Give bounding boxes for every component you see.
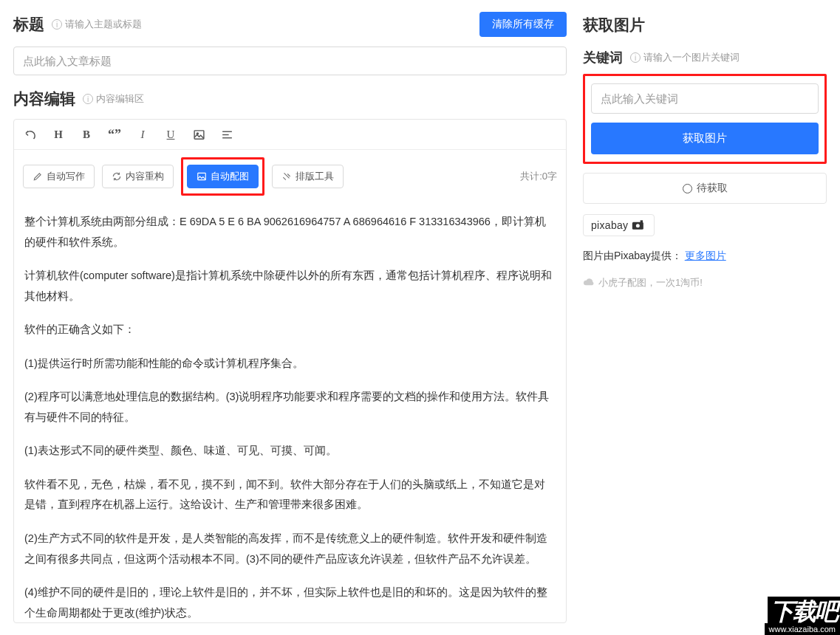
- camera-icon: [632, 220, 646, 230]
- clear-cache-button[interactable]: 清除所有缓存: [479, 12, 567, 37]
- layout-tools-button[interactable]: 排版工具: [272, 165, 344, 188]
- footer-note: 小虎子配图，一次1淘币!: [583, 276, 827, 289]
- title-hint: i 请输入主题或标题: [52, 18, 142, 31]
- refresh-icon: [112, 171, 122, 182]
- paragraph: (1)表达形式不同的硬件类型、颜色、味道、可见、可摸、可闻。: [24, 441, 556, 461]
- title-section-label: 标题: [13, 14, 44, 35]
- info-icon: i: [83, 94, 93, 104]
- italic-icon[interactable]: I: [135, 127, 150, 142]
- auto-image-highlight: 自动配图: [181, 157, 264, 196]
- keyword-hint: i 请输入一个图片关键词: [630, 51, 740, 64]
- paragraph: 软件看不见，无色，枯燥，看不见，摸不到，闻不到。软件大部分存在于人们的头脑或纸上…: [24, 475, 556, 515]
- watermark: 下载吧 www.xiazaiba.com: [765, 597, 840, 635]
- keyword-label: 关键词: [583, 49, 623, 66]
- editor-toolbar: H B “” I U: [14, 120, 566, 150]
- credit-line: 图片由Pixabay提供： 更多图片: [583, 250, 827, 263]
- get-image-button[interactable]: 获取图片: [591, 123, 819, 154]
- content-edit-hint: i 内容编辑区: [83, 92, 144, 106]
- main-panel: 标题 i 请输入主题或标题 清除所有缓存 内容编辑 i 内容编辑区: [13, 12, 567, 623]
- pending-status: 待获取: [583, 173, 827, 204]
- align-icon[interactable]: [219, 127, 234, 142]
- paragraph: (2)程序可以满意地处理信息的数据结构。(3)说明程序功能要求和程序需要的文档的…: [24, 387, 556, 428]
- heading-icon[interactable]: H: [51, 127, 66, 142]
- pixabay-badge: pixabay: [583, 214, 655, 236]
- word-count: 共计:0字: [520, 170, 557, 183]
- pencil-icon: [33, 171, 43, 182]
- editor-panel: H B “” I U 自动写作 内容重构: [13, 119, 567, 623]
- paragraph: 软件的正确含义如下：: [24, 320, 556, 340]
- quote-icon[interactable]: “”: [107, 127, 122, 142]
- paragraph: 计算机软件(computer software)是指计算机系统中除硬件以外的所有…: [24, 266, 556, 306]
- picture-icon: [197, 171, 207, 182]
- paragraph: (2)生产方式不同的软件是开发，是人类智能的高发挥，而不是传统意义上的硬件制造。…: [24, 529, 556, 569]
- paragraph: 整个计算机系统由两部分组成：E 69DA 5 E 6 BA 9062616964…: [24, 212, 556, 253]
- article-title-input[interactable]: [13, 47, 567, 75]
- restructure-button[interactable]: 内容重构: [102, 165, 174, 188]
- get-image-title: 获取图片: [583, 15, 645, 35]
- underline-icon[interactable]: U: [163, 127, 178, 142]
- svg-point-7: [636, 224, 640, 227]
- title-header-row: 标题 i 请输入主题或标题 清除所有缓存: [13, 12, 567, 37]
- bold-icon[interactable]: B: [79, 127, 94, 142]
- auto-image-button[interactable]: 自动配图: [187, 165, 259, 188]
- svg-rect-8: [641, 220, 643, 222]
- undo-icon[interactable]: [23, 127, 38, 142]
- image-icon[interactable]: [191, 127, 206, 142]
- keyword-input[interactable]: [591, 83, 819, 114]
- keyword-highlight-box: 获取图片: [583, 74, 827, 164]
- more-images-link[interactable]: 更多图片: [685, 250, 726, 261]
- content-edit-header: 内容编辑 i 内容编辑区: [13, 89, 567, 109]
- cloud-icon: [583, 278, 595, 287]
- info-icon: i: [630, 52, 641, 63]
- watermark-logo: 下载吧: [768, 597, 840, 623]
- action-row: 自动写作 内容重构 自动配图 排版工具 共计:0字: [14, 150, 566, 203]
- content-edit-label: 内容编辑: [13, 89, 75, 109]
- paragraph: (4)维护不同的硬件是旧的，理论上软件是旧的，并不坏，但实际上软件也是旧的和坏的…: [24, 583, 556, 622]
- info-icon: i: [52, 19, 62, 30]
- paragraph: (1)提供运行时所需功能和性能的命令或计算机程序集合。: [24, 354, 556, 374]
- circle-icon: [683, 184, 692, 193]
- auto-write-button[interactable]: 自动写作: [23, 165, 95, 188]
- sidebar: 获取图片 关键词 i 请输入一个图片关键词 获取图片 待获取: [583, 12, 827, 623]
- watermark-url: www.xiazaiba.com: [765, 623, 840, 635]
- editor-content[interactable]: 整个计算机系统由两部分组成：E 69DA 5 E 6 BA 9062616964…: [14, 203, 566, 622]
- tools-icon: [281, 171, 292, 182]
